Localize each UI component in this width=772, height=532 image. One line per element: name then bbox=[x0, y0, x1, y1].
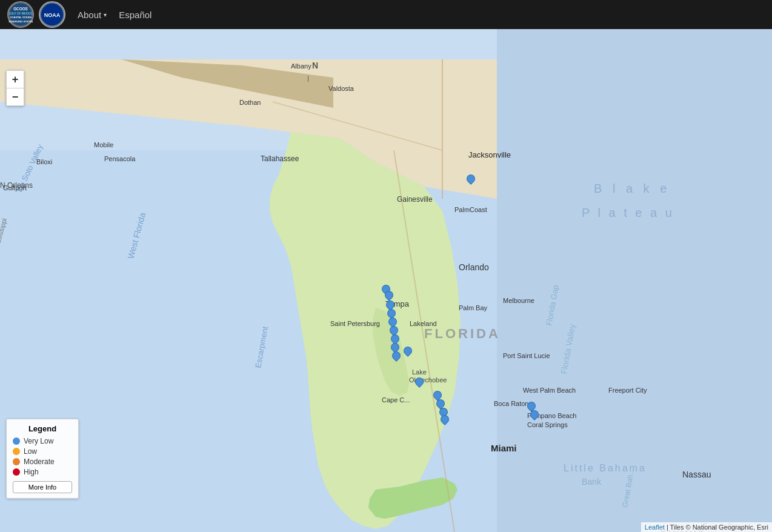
svg-text:Orlando: Orlando bbox=[459, 262, 489, 272]
svg-text:NOAA: NOAA bbox=[44, 12, 61, 18]
svg-text:Cape C...: Cape C... bbox=[382, 396, 410, 404]
zoom-controls: + − bbox=[6, 70, 24, 106]
svg-text:Valdosta: Valdosta bbox=[328, 85, 354, 92]
map-container[interactable]: Jacksonville PalmCoast Orlando Tampa Sai… bbox=[0, 29, 772, 532]
noaa-logo[interactable]: NOAA bbox=[39, 1, 65, 28]
svg-text:GULF OF MEXICO: GULF OF MEXICO bbox=[8, 12, 32, 15]
zoom-in-button[interactable]: + bbox=[7, 71, 24, 88]
svg-text:Tallahassee: Tallahassee bbox=[261, 155, 299, 163]
svg-text:FLORIDA: FLORIDA bbox=[424, 326, 501, 341]
leaflet-link[interactable]: Leaflet bbox=[645, 524, 665, 531]
legend-label-moderate: Moderate bbox=[24, 457, 55, 466]
svg-text:Dothan: Dothan bbox=[239, 99, 261, 106]
svg-text:Jacksonville: Jacksonville bbox=[468, 150, 511, 159]
about-label: About bbox=[78, 10, 101, 20]
svg-text:B l a k e: B l a k e bbox=[594, 182, 670, 195]
legend-label-low: Low bbox=[24, 447, 37, 456]
svg-text:Albany: Albany bbox=[291, 62, 311, 70]
legend-label-high: High bbox=[24, 468, 39, 476]
svg-text:Gainesville: Gainesville bbox=[397, 195, 433, 204]
legend-dot-moderate bbox=[13, 458, 20, 465]
svg-text:Melbourne: Melbourne bbox=[503, 297, 534, 304]
navbar: GCOOS GULF OF MEXICO COASTAL OCEAN OBSER… bbox=[0, 0, 772, 29]
svg-text:OBSERVING SYSTEM: OBSERVING SYSTEM bbox=[8, 20, 33, 23]
espanol-label: Español bbox=[119, 10, 151, 20]
map-background: Jacksonville PalmCoast Orlando Tampa Sai… bbox=[0, 29, 772, 532]
svg-text:N: N bbox=[312, 61, 318, 70]
svg-text:Lake: Lake bbox=[412, 368, 427, 376]
legend-item-very-low: Very Low bbox=[13, 437, 72, 445]
legend-item-moderate: Moderate bbox=[13, 457, 72, 466]
nav-links: About ▾ Español bbox=[78, 10, 151, 20]
svg-text:|: | bbox=[307, 75, 309, 82]
legend-dot-low bbox=[13, 448, 20, 455]
svg-text:Biloxi: Biloxi bbox=[36, 158, 52, 165]
about-nav-link[interactable]: About ▾ bbox=[78, 10, 107, 20]
svg-text:Miami: Miami bbox=[491, 443, 517, 453]
svg-text:Pensacola: Pensacola bbox=[104, 155, 136, 162]
svg-text:Palm Bay: Palm Bay bbox=[459, 304, 488, 311]
svg-text:COASTAL OCEAN: COASTAL OCEAN bbox=[10, 16, 31, 19]
svg-rect-8 bbox=[497, 29, 772, 532]
svg-text:Nassau: Nassau bbox=[682, 470, 711, 479]
legend-title: Legend bbox=[13, 424, 72, 433]
svg-text:Coral Springs: Coral Springs bbox=[527, 421, 568, 428]
svg-text:GCOOS: GCOOS bbox=[13, 7, 28, 11]
zoom-out-button[interactable]: − bbox=[7, 88, 24, 105]
legend: Legend Very Low Low Moderate High More I… bbox=[6, 419, 79, 499]
svg-text:West Palm Beach: West Palm Beach bbox=[523, 387, 576, 394]
about-dropdown-arrow: ▾ bbox=[104, 12, 107, 18]
espanol-nav-link[interactable]: Español bbox=[119, 10, 151, 20]
svg-text:Mobile: Mobile bbox=[94, 141, 113, 148]
legend-dot-high bbox=[13, 468, 20, 476]
svg-text:Freeport City: Freeport City bbox=[608, 387, 647, 394]
legend-item-high: High bbox=[13, 468, 72, 476]
attribution: Leaflet | Tiles © National Geographic, E… bbox=[641, 522, 772, 532]
svg-text:P l a t e a u: P l a t e a u bbox=[582, 206, 674, 219]
logo-area: GCOOS GULF OF MEXICO COASTAL OCEAN OBSER… bbox=[7, 1, 65, 28]
svg-text:Bank: Bank bbox=[582, 477, 602, 487]
svg-text:Boca Raton: Boca Raton bbox=[494, 400, 528, 407]
legend-item-low: Low bbox=[13, 447, 72, 456]
more-info-button[interactable]: More Info bbox=[13, 481, 72, 493]
svg-text:PalmCoast: PalmCoast bbox=[454, 206, 487, 213]
svg-text:Saint Petersburg: Saint Petersburg bbox=[330, 320, 380, 327]
gcoos-logo[interactable]: GCOOS GULF OF MEXICO COASTAL OCEAN OBSER… bbox=[7, 1, 34, 28]
tiles-label: | Tiles © National Geographic, Esri bbox=[667, 524, 768, 531]
svg-text:Gulfport: Gulfport bbox=[3, 184, 27, 191]
legend-label-very-low: Very Low bbox=[24, 437, 53, 445]
legend-dot-very-low bbox=[13, 437, 20, 445]
svg-text:Port Saint Lucie: Port Saint Lucie bbox=[503, 352, 550, 359]
